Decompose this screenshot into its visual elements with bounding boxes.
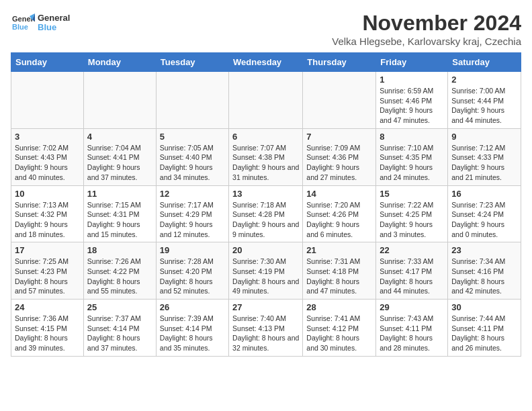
day-info: Sunrise: 6:59 AM Sunset: 4:46 PM Dayligh… (380, 86, 444, 126)
logo: General Blue General Blue (11, 11, 70, 35)
sunset-text: Sunset: 4:41 PM (87, 153, 140, 161)
sunrise-text: Sunrise: 7:30 AM (232, 257, 286, 265)
daylight-text: Daylight: 9 hours and 21 minutes. (451, 163, 504, 181)
header-sunday: Sunday (11, 53, 84, 72)
sunrise-text: Sunrise: 7:07 AM (232, 144, 286, 152)
sunrise-text: Sunrise: 7:15 AM (87, 201, 141, 209)
svg-text:Blue: Blue (12, 23, 28, 31)
table-row: 20 Sunrise: 7:30 AM Sunset: 4:19 PM Dayl… (229, 242, 303, 300)
day-info: Sunrise: 7:43 AM Sunset: 4:11 PM Dayligh… (380, 314, 444, 353)
table-row (83, 72, 156, 129)
table-row: 11 Sunrise: 7:15 AM Sunset: 4:31 PM Dayl… (83, 185, 156, 242)
table-row: 17 Sunrise: 7:25 AM Sunset: 4:23 PM Dayl… (11, 242, 84, 300)
sunset-text: Sunset: 4:14 PM (87, 324, 140, 332)
sunrise-text: Sunrise: 7:25 AM (15, 257, 69, 265)
day-number: 20 (232, 245, 299, 255)
day-number: 2 (451, 75, 517, 85)
day-info: Sunrise: 7:37 AM Sunset: 4:14 PM Dayligh… (87, 314, 152, 353)
day-number: 12 (160, 189, 225, 199)
sunset-text: Sunset: 4:24 PM (451, 210, 504, 218)
page-header: General Blue General Blue November 2024 … (11, 11, 521, 47)
day-info: Sunrise: 7:09 AM Sunset: 4:36 PM Dayligh… (306, 143, 372, 183)
sunrise-text: Sunrise: 7:12 AM (451, 144, 505, 152)
day-number: 23 (451, 245, 517, 255)
sunset-text: Sunset: 4:17 PM (380, 267, 432, 275)
day-info: Sunrise: 7:22 AM Sunset: 4:25 PM Dayligh… (380, 200, 444, 240)
daylight-text: Daylight: 8 hours and 37 minutes. (87, 334, 140, 352)
sunset-text: Sunset: 4:13 PM (232, 324, 285, 332)
day-number: 4 (87, 132, 152, 142)
day-info: Sunrise: 7:33 AM Sunset: 4:17 PM Dayligh… (380, 257, 444, 296)
table-row: 23 Sunrise: 7:34 AM Sunset: 4:16 PM Dayl… (448, 242, 521, 300)
daylight-text: Daylight: 9 hours and 31 minutes. (232, 163, 299, 181)
table-row: 28 Sunrise: 7:41 AM Sunset: 4:12 PM Dayl… (303, 300, 376, 357)
table-row: 19 Sunrise: 7:28 AM Sunset: 4:20 PM Dayl… (156, 242, 228, 300)
day-number: 3 (15, 132, 80, 142)
sunrise-text: Sunrise: 7:39 AM (160, 314, 214, 322)
day-info: Sunrise: 7:25 AM Sunset: 4:23 PM Dayligh… (15, 257, 80, 296)
day-number: 30 (451, 302, 517, 312)
day-info: Sunrise: 7:13 AM Sunset: 4:32 PM Dayligh… (15, 200, 80, 240)
daylight-text: Daylight: 9 hours and 18 minutes. (15, 220, 68, 238)
day-info: Sunrise: 7:05 AM Sunset: 4:40 PM Dayligh… (160, 143, 225, 183)
sunset-text: Sunset: 4:40 PM (160, 153, 212, 161)
daylight-text: Daylight: 8 hours and 52 minutes. (160, 277, 213, 295)
day-info: Sunrise: 7:26 AM Sunset: 4:22 PM Dayligh… (87, 257, 152, 296)
day-info: Sunrise: 7:18 AM Sunset: 4:28 PM Dayligh… (232, 200, 299, 240)
table-row: 30 Sunrise: 7:44 AM Sunset: 4:11 PM Dayl… (448, 300, 521, 357)
sunrise-text: Sunrise: 7:04 AM (87, 144, 141, 152)
day-number: 13 (232, 189, 299, 199)
sunrise-text: Sunrise: 7:41 AM (306, 314, 360, 322)
sunset-text: Sunset: 4:11 PM (451, 324, 504, 332)
day-number: 7 (306, 132, 372, 142)
sunset-text: Sunset: 4:25 PM (380, 210, 432, 218)
table-row: 14 Sunrise: 7:20 AM Sunset: 4:26 PM Dayl… (303, 185, 376, 242)
sunset-text: Sunset: 4:46 PM (380, 97, 432, 105)
day-number: 27 (232, 302, 299, 312)
table-row (11, 72, 84, 129)
sunrise-text: Sunrise: 7:44 AM (451, 314, 505, 322)
header-wednesday: Wednesday (229, 53, 303, 72)
sunrise-text: Sunrise: 7:34 AM (451, 257, 505, 265)
table-row (229, 72, 303, 129)
day-number: 28 (306, 302, 372, 312)
day-number: 25 (87, 302, 152, 312)
table-row: 21 Sunrise: 7:31 AM Sunset: 4:18 PM Dayl… (303, 242, 376, 300)
sunset-text: Sunset: 4:36 PM (306, 153, 359, 161)
sunset-text: Sunset: 4:15 PM (15, 324, 67, 332)
table-row: 6 Sunrise: 7:07 AM Sunset: 4:38 PM Dayli… (229, 128, 303, 185)
table-row: 13 Sunrise: 7:18 AM Sunset: 4:28 PM Dayl… (229, 185, 303, 242)
day-info: Sunrise: 7:02 AM Sunset: 4:43 PM Dayligh… (15, 143, 80, 183)
sunrise-text: Sunrise: 7:26 AM (87, 257, 141, 265)
sunset-text: Sunset: 4:18 PM (306, 267, 359, 275)
sunrise-text: Sunrise: 7:31 AM (306, 257, 360, 265)
sunrise-text: Sunrise: 7:43 AM (380, 314, 433, 322)
day-info: Sunrise: 7:44 AM Sunset: 4:11 PM Dayligh… (451, 314, 517, 353)
day-number: 19 (160, 245, 225, 255)
calendar-week-4: 17 Sunrise: 7:25 AM Sunset: 4:23 PM Dayl… (11, 242, 521, 300)
day-info: Sunrise: 7:40 AM Sunset: 4:13 PM Dayligh… (232, 314, 299, 353)
day-info: Sunrise: 7:36 AM Sunset: 4:15 PM Dayligh… (15, 314, 80, 353)
table-row (156, 72, 228, 129)
table-row: 27 Sunrise: 7:40 AM Sunset: 4:13 PM Dayl… (229, 300, 303, 357)
daylight-text: Daylight: 8 hours and 57 minutes. (15, 277, 68, 295)
sunrise-text: Sunrise: 7:00 AM (451, 87, 505, 95)
table-row: 25 Sunrise: 7:37 AM Sunset: 4:14 PM Dayl… (83, 300, 156, 357)
day-number: 16 (451, 189, 517, 199)
day-number: 26 (160, 302, 225, 312)
sunrise-text: Sunrise: 7:05 AM (160, 144, 214, 152)
day-info: Sunrise: 7:28 AM Sunset: 4:20 PM Dayligh… (160, 257, 225, 296)
sunset-text: Sunset: 4:32 PM (15, 210, 67, 218)
day-info: Sunrise: 7:07 AM Sunset: 4:38 PM Dayligh… (232, 143, 299, 183)
day-info: Sunrise: 7:10 AM Sunset: 4:35 PM Dayligh… (380, 143, 444, 183)
title-area: November 2024 Velka Hlegsebe, Karlovarsk… (332, 11, 521, 47)
sunset-text: Sunset: 4:33 PM (451, 153, 504, 161)
daylight-text: Daylight: 9 hours and 44 minutes. (451, 106, 504, 124)
day-number: 15 (380, 189, 444, 199)
daylight-text: Daylight: 8 hours and 26 minutes. (451, 334, 504, 352)
logo-text: General Blue (38, 13, 70, 33)
day-number: 29 (380, 302, 444, 312)
day-info: Sunrise: 7:17 AM Sunset: 4:29 PM Dayligh… (160, 200, 225, 240)
table-row: 2 Sunrise: 7:00 AM Sunset: 4:44 PM Dayli… (448, 72, 521, 129)
table-row: 15 Sunrise: 7:22 AM Sunset: 4:25 PM Dayl… (376, 185, 448, 242)
